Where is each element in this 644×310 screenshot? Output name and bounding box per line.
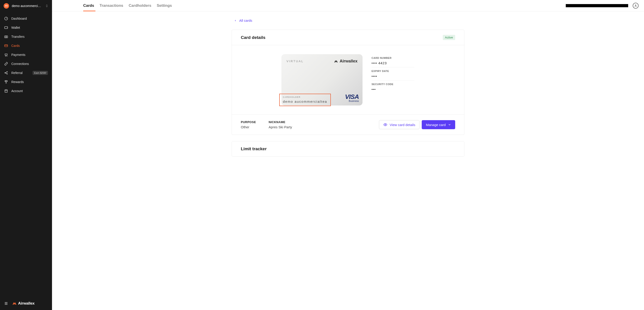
sidebar-item-rewards[interactable]: Rewards [0, 77, 52, 86]
backlink-label: All cards [239, 19, 252, 23]
manage-card-button[interactable]: Manage card [422, 120, 455, 129]
trophy-icon [4, 80, 8, 84]
sidebar-item-connections[interactable]: Connections [0, 59, 52, 68]
card-info: CARD NUMBER •••• 4423 EXPIRY DATE •••• S… [372, 54, 414, 105]
sidebar-item-label: Dashboard [11, 17, 27, 20]
cardholder-label: CARDHOLDER [283, 96, 327, 98]
share-icon [4, 71, 8, 75]
nickname-value: Apres Ski Party [269, 125, 292, 129]
status-badge: Active [443, 35, 455, 40]
eye-icon [383, 123, 387, 127]
sidebar-item-dashboard[interactable]: Dashboard [0, 14, 52, 23]
cvc-value: ••• [372, 87, 414, 91]
sidebar-item-label: Account [11, 89, 23, 93]
svg-point-7 [7, 56, 7, 56]
svg-rect-0 [5, 5, 7, 7]
card-icon [4, 44, 8, 48]
nickname-label: NICKNAME [269, 120, 292, 124]
sidebar-item-label: Cards [11, 44, 20, 48]
svg-point-10 [7, 74, 8, 74]
topbar: Cards Transactions Cardholders Settings [52, 0, 644, 11]
sidebar-item-cards[interactable]: Cards [0, 41, 52, 50]
tab-label: Settings [157, 4, 172, 8]
link-icon [4, 62, 8, 66]
chevron-left-icon [234, 19, 236, 23]
tab-settings[interactable]: Settings [157, 0, 172, 11]
sidebar-item-label: Wallet [11, 26, 20, 30]
user-icon [634, 4, 638, 8]
sidebar-item-label: Payments [11, 53, 25, 57]
card-network: VISA Business [345, 93, 359, 102]
user-email-redacted [566, 4, 628, 7]
org-name: demo aucommerci… [12, 4, 42, 8]
limit-tracker-panel: Limit tracker [232, 141, 464, 157]
main: Cards Transactions Cardholders Settings … [52, 0, 644, 310]
sidebar-item-account[interactable]: Account [0, 86, 52, 96]
sidebar-item-label: Connections [11, 62, 29, 66]
sidebar-item-wallet[interactable]: Wallet [0, 23, 52, 32]
svg-point-9 [7, 72, 8, 72]
cardholder-name: demo aucommercialtea… [283, 100, 327, 103]
svg-point-12 [635, 5, 636, 6]
card-details-panel: Card details Active VIRTUAL Airwallex [232, 30, 464, 135]
airwallex-mark-icon [334, 59, 338, 64]
sidebar-nav: Dashboard Wallet Transfers Cards Payment… [0, 12, 52, 96]
tab-label: Cards [83, 4, 94, 8]
brand-on-card: Airwallex [340, 59, 358, 64]
airwallex-mark-icon [12, 301, 17, 306]
wallet-icon [4, 26, 8, 30]
brand-logo: Airwallex [12, 301, 34, 306]
tab-cardholders[interactable]: Cardholders [129, 0, 151, 11]
store-icon [4, 89, 8, 93]
svg-rect-5 [4, 45, 8, 47]
panel-title: Card details [241, 35, 266, 40]
back-all-cards-link[interactable]: All cards [234, 19, 252, 23]
sidebar: demo aucommerci… Dashboard Wallet Transf… [0, 0, 52, 310]
card-visual: VIRTUAL Airwallex CARDHOLDER demo aucomm… [282, 54, 362, 105]
tab-transactions[interactable]: Transactions [100, 0, 123, 11]
org-avatar-icon [4, 3, 9, 9]
card-number-value: •••• 4423 [372, 61, 414, 65]
sidebar-item-label: Transfers [11, 35, 25, 39]
chevron-down-icon [448, 123, 451, 126]
referral-badge: Earn $200! [32, 71, 48, 75]
menu-icon[interactable] [4, 301, 8, 305]
button-label: Manage card [426, 123, 446, 127]
expiry-value: •••• [372, 74, 414, 78]
sidebar-item-label: Rewards [11, 80, 24, 84]
sidebar-item-transfers[interactable]: Transfers [0, 32, 52, 41]
sidebar-item-payments[interactable]: Payments [0, 50, 52, 59]
svg-point-13 [385, 124, 386, 125]
expiry-label: EXPIRY DATE [372, 70, 414, 72]
cvc-label: SECURITY CODE [372, 83, 414, 86]
svg-rect-11 [5, 91, 8, 92]
sidebar-item-label: Referral [11, 71, 22, 75]
cart-icon [4, 53, 8, 57]
tab-label: Transactions [100, 4, 123, 8]
tabs: Cards Transactions Cardholders Settings [83, 0, 172, 11]
svg-point-8 [5, 73, 6, 73]
purpose-value: Other [241, 125, 256, 129]
org-switcher[interactable]: demo aucommerci… [0, 0, 52, 12]
tab-label: Cardholders [129, 4, 151, 8]
svg-point-6 [6, 56, 6, 56]
gauge-icon [4, 17, 8, 21]
panel-title: Limit tracker [241, 146, 266, 151]
sidebar-item-referral[interactable]: Referral Earn $200! [0, 68, 52, 77]
button-label: View card details [390, 123, 415, 127]
cardholder-highlight: CARDHOLDER demo aucommercialtea… [279, 94, 331, 106]
profile-button[interactable] [633, 3, 638, 9]
updown-icon [45, 4, 48, 8]
view-card-details-button[interactable]: View card details [379, 120, 420, 129]
brand-name: Airwallex [18, 301, 34, 306]
tab-cards[interactable]: Cards [83, 0, 94, 11]
card-number-label: CARD NUMBER [372, 57, 414, 59]
camera-icon [4, 35, 8, 39]
airwallex-card-logo: Airwallex [334, 59, 358, 64]
purpose-label: PURPOSE [241, 120, 256, 124]
svg-rect-3 [4, 36, 8, 38]
virtual-label: VIRTUAL [286, 60, 304, 63]
svg-point-4 [6, 37, 7, 38]
